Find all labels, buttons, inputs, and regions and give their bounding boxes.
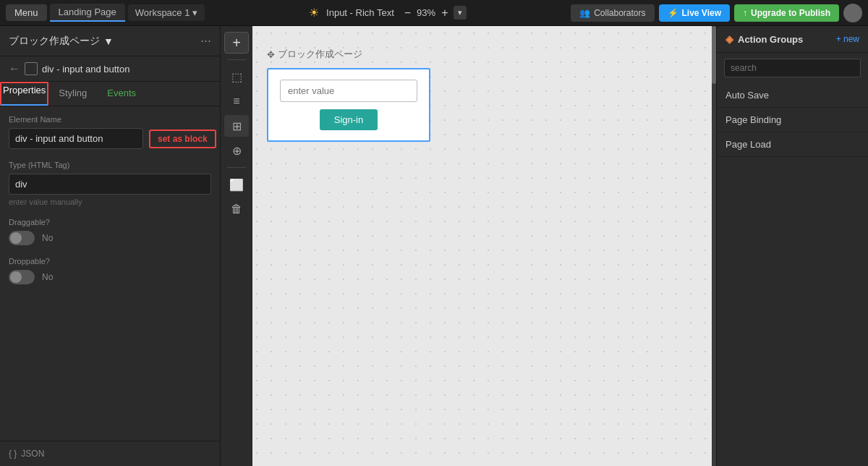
collaborators-button[interactable]: 👥 Collaborators [571, 4, 654, 22]
page-title[interactable]: ブロック作成ページ ▼ [9, 35, 114, 48]
tab-properties[interactable]: Properties [0, 82, 48, 106]
upload-icon: ↑ [743, 8, 747, 18]
right-panel-header: ◈ Action Groups + new [717, 26, 868, 53]
right-panel: ◈ Action Groups + new Auto Save Page Bin… [716, 26, 868, 466]
droppable-group: Droppable? No [9, 257, 211, 284]
action-groups-title: ◈ Action Groups [726, 33, 803, 45]
search-input[interactable] [724, 59, 861, 77]
draggable-toggle-row: No [9, 231, 211, 245]
json-footer[interactable]: { } JSON [0, 441, 220, 466]
element-breadcrumb: ← div - input and button [0, 56, 220, 82]
element-name-input[interactable] [9, 128, 143, 149]
action-item-pageload[interactable]: Page Load [717, 132, 868, 157]
pages-button[interactable]: ⊞ [224, 115, 249, 137]
action-item-autosave[interactable]: Auto Save [717, 83, 868, 108]
workspace-label: Workspace 1 [135, 7, 190, 18]
components-button[interactable]: ≡ [224, 90, 249, 112]
scrollbar-thumb [712, 26, 716, 84]
draggable-thumb [10, 232, 22, 244]
droppable-thumb [10, 271, 22, 283]
zoom-out-button[interactable]: − [401, 7, 414, 20]
droppable-toggle[interactable] [9, 270, 35, 284]
canvas-area: + ⬚ ≡ ⊞ ⊕ ⬜ 🗑 ✥ ブロック作成ページ Sign-in [221, 26, 716, 466]
page-title-arrow: ▼ [103, 35, 114, 47]
view-label: Input - Rich Text [326, 7, 394, 18]
user-avatar[interactable] [843, 4, 862, 22]
zoom-value: 93% [417, 7, 435, 18]
element-name-display: div - input and button [42, 64, 129, 75]
toolbar-divider-1 [227, 59, 246, 60]
left-panel: ブロック作成ページ ▼ ··· ← div - input and button… [0, 26, 221, 466]
left-panel-header: ブロック作成ページ ▼ ··· [0, 26, 220, 56]
lightning-icon: ⚡ [668, 8, 678, 18]
topbar: Menu Landing Page Workspace 1 ▾ ☀ Input … [0, 0, 868, 26]
page-title-text: ブロック作成ページ [9, 35, 100, 48]
enter-value-text: enter value manually [9, 198, 211, 206]
action-groups-icon: ◈ [726, 33, 733, 45]
left-toolbar: + ⬚ ≡ ⊞ ⊕ ⬜ 🗑 [221, 26, 252, 466]
toolbar-divider-2 [227, 167, 246, 168]
canvas-page-label-text: ブロック作成ページ [278, 48, 362, 61]
zoom-in-button[interactable]: + [438, 7, 451, 20]
json-label: JSON [21, 449, 44, 459]
draggable-toggle[interactable] [9, 231, 35, 245]
canvas-content: ✥ ブロック作成ページ Sign-in [252, 26, 712, 466]
canvas-page-label: ✥ ブロック作成ページ [267, 48, 430, 61]
menu-button[interactable]: Menu [6, 4, 47, 21]
add-element-button[interactable]: + [224, 32, 249, 54]
draggable-label: Draggable? [9, 218, 211, 226]
workspace-selector[interactable]: Workspace 1 ▾ [128, 4, 205, 21]
droppable-value: No [42, 272, 53, 282]
sun-icon: ☀ [309, 6, 319, 20]
panel-content: Element Name set as block Type (HTML Tag… [0, 106, 220, 441]
upgrade-button[interactable]: ↑ Upgrade to Publish [734, 4, 839, 22]
copy-button[interactable]: ⬜ [224, 174, 249, 195]
main-layout: ブロック作成ページ ▼ ··· ← div - input and button… [0, 26, 868, 466]
delete-button[interactable]: 🗑 [224, 198, 249, 220]
set-block-button[interactable]: set as block [149, 130, 216, 148]
back-button[interactable]: ← [9, 62, 20, 75]
topbar-center: ☀ Input - Rich Text − 93% + ▾ [208, 6, 568, 20]
landing-page-tab[interactable]: Landing Page [50, 4, 125, 22]
right-search [724, 59, 861, 77]
layers-button[interactable]: ⬚ [224, 66, 249, 88]
dots-menu-button[interactable]: ··· [200, 33, 211, 48]
zoom-dropdown-button[interactable]: ▾ [454, 6, 467, 20]
collab-icon: 👥 [579, 8, 590, 18]
draggable-group: Draggable? No [9, 218, 211, 245]
element-name-row: set as block [9, 128, 211, 149]
action-item-pagebinding[interactable]: Page Binding [717, 108, 868, 132]
collab-label: Collaborators [594, 8, 645, 18]
droppable-label: Droppable? [9, 257, 211, 266]
action-groups-label: Action Groups [738, 34, 803, 45]
zoom-controls: − 93% + ▾ [401, 6, 467, 20]
curly-brace-icon: { } [9, 449, 17, 459]
widget-input[interactable] [280, 80, 417, 102]
upgrade-label: Upgrade to Publish [751, 8, 830, 18]
droppable-toggle-row: No [9, 270, 211, 284]
assets-button[interactable]: ⊕ [224, 140, 249, 161]
widget-container[interactable]: Sign-in [267, 68, 430, 142]
live-label: Live View [682, 8, 721, 18]
type-group: Type (HTML Tag) div enter value manually [9, 161, 211, 206]
canvas-scrollbar[interactable] [712, 26, 716, 466]
new-action-button[interactable]: + new [836, 34, 859, 44]
topbar-right: 👥 Collaborators ⚡ Live View ↑ Upgrade to… [571, 4, 862, 22]
element-name-group: Element Name set as block [9, 115, 211, 149]
tab-styling[interactable]: Styling [48, 82, 97, 106]
element-name-label: Element Name [9, 115, 211, 124]
sign-in-button[interactable]: Sign-in [320, 109, 378, 130]
tab-events[interactable]: Events [97, 82, 146, 106]
tabs-row: Properties Styling Events [0, 82, 220, 106]
chevron-down-icon: ▾ [192, 7, 197, 18]
type-label: Type (HTML Tag) [9, 161, 211, 169]
type-select[interactable]: div [9, 174, 211, 195]
live-view-button[interactable]: ⚡ Live View [659, 4, 730, 22]
drag-handle-icon: ✥ [267, 49, 275, 60]
draggable-value: No [42, 233, 53, 243]
element-icon [25, 62, 38, 75]
